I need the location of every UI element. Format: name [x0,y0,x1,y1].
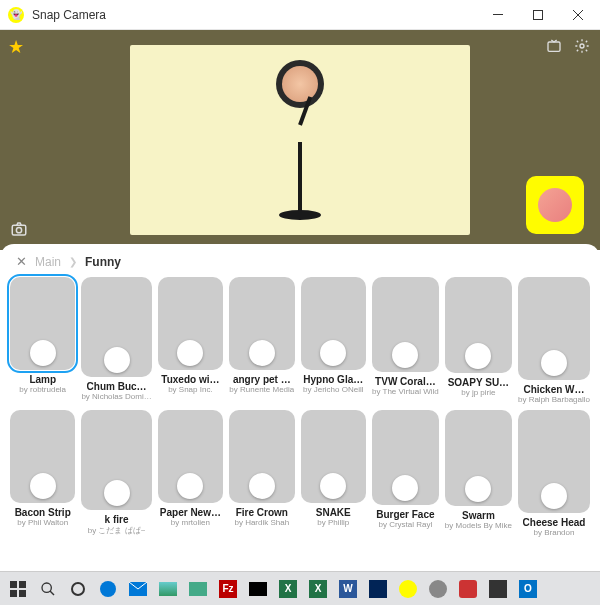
lens-card[interactable]: Paper New…by mrtolien [158,410,223,537]
lens-author: by Brandon [534,528,575,537]
snapcam-taskbar-button[interactable] [394,575,422,603]
lens-name: angry pet … [233,374,291,385]
lens-author: by Phil Walton [17,518,68,527]
windows-icon [10,581,26,597]
lens-card[interactable]: Burger Faceby Crystal Rayl [372,410,439,537]
maximize-icon [533,10,543,20]
lens-name: SOAPY SU… [448,377,510,388]
svg-rect-1 [534,10,543,19]
lens-card[interactable]: Bacon Stripby Phil Walton [10,410,75,537]
lens-author: by Runente Media [229,385,294,394]
excel2-icon: X [309,580,327,598]
app3-button[interactable] [484,575,512,603]
lens-name: Chum Buc… [87,381,147,392]
outlook-button[interactable]: O [514,575,542,603]
excel-button[interactable]: X [274,575,302,603]
mail-button[interactable] [124,575,152,603]
lens-card[interactable]: Cheese Headby Brandon [518,410,590,537]
search-icon [40,581,56,597]
lens-name: TVW Coral… [375,376,436,387]
lens-name: Paper New… [160,507,221,518]
breadcrumb-current: Funny [85,255,121,269]
lens-card[interactable]: k fireby こだま ぱぱ~ [81,410,151,537]
breadcrumb-close-icon[interactable]: ✕ [16,254,27,269]
lens-card[interactable]: Swarmby Models By Mike [445,410,512,537]
lens-author: by こだま ぱぱ~ [88,525,146,536]
terminal-button[interactable] [244,575,272,603]
powershell-button[interactable] [364,575,392,603]
app1-button[interactable] [424,575,452,603]
svg-rect-9 [19,590,26,597]
lens-name: Cheese Head [523,517,586,528]
photo-button[interactable] [154,575,182,603]
lens-name: Fire Crown [236,507,288,518]
fz-icon: Fz [219,580,237,598]
lens-card[interactable]: angry pet …by Runente Media [229,277,294,404]
edge-button[interactable] [94,575,122,603]
app3-icon [489,580,507,598]
excel-icon: X [279,580,297,598]
lens-name: k fire [105,514,129,525]
lens-name: Swarm [462,510,495,521]
window-title: Snap Camera [32,8,478,22]
snap-icon [399,580,417,598]
app1-icon [429,580,447,598]
lens-card[interactable]: Lampby robtrudela [10,277,75,404]
lens-card[interactable]: Fire Crownby Hardik Shah [229,410,294,537]
outlook-icon: O [519,580,537,598]
snapcode[interactable] [526,176,584,234]
svg-point-10 [42,583,51,592]
lens-name: Bacon Strip [15,507,71,518]
capture-button[interactable] [10,220,28,242]
lens-card[interactable]: Tuxedo wi…by Snap Inc. [158,277,223,404]
svg-point-12 [100,581,116,597]
app2-icon [459,580,477,598]
breadcrumb-root[interactable]: Main [35,255,61,269]
lens-card[interactable]: Chum Buc…by Nicholas Domi… [81,277,151,404]
svg-rect-0 [493,14,503,15]
lens-author: by jp pirie [461,388,495,397]
lens-card[interactable]: SNAKEby Phillip [301,410,366,537]
photo-icon [159,582,177,596]
minimize-icon [493,14,503,15]
lens-author: by Snap Inc. [168,385,212,394]
lens-author: by mrtolien [171,518,210,527]
window-titlebar: 👻 Snap Camera [0,0,600,30]
maximize-button[interactable] [518,0,558,30]
svg-rect-8 [10,590,17,597]
lens-card[interactable]: TVW Coral…by The Virtual Wild [372,277,439,404]
app2-button[interactable] [454,575,482,603]
minimize-button[interactable] [478,0,518,30]
camera-viewport [130,45,470,235]
search-button[interactable] [34,575,62,603]
windows-taskbar: Fz X X W O [0,571,600,605]
lens-name: Tuxedo wi… [161,374,219,385]
filemanager-button[interactable] [184,575,212,603]
lens-card[interactable]: Chicken W…by Ralph Barbagallo [518,277,590,404]
close-icon [573,10,583,20]
breadcrumb: ✕ Main ❯ Funny [10,254,590,269]
livestream-icon[interactable] [544,36,564,56]
cortana-icon [70,581,86,597]
lens-card[interactable]: SOAPY SU…by jp pirie [445,277,512,404]
lens-author: by The Virtual Wild [372,387,439,396]
edge-icon [99,580,117,598]
filezilla-button[interactable]: Fz [214,575,242,603]
terminal-icon [249,582,267,596]
start-button[interactable] [4,575,32,603]
lens-author: by robtrudela [19,385,66,394]
svg-point-11 [72,583,84,595]
close-button[interactable] [558,0,598,30]
svg-rect-4 [12,225,26,235]
chevron-right-icon: ❯ [69,256,77,267]
lens-name: Burger Face [376,509,434,520]
lens-grid: Lampby robtrudela Chum Buc…by Nicholas D… [10,277,590,537]
excel2-button[interactable]: X [304,575,332,603]
lens-card[interactable]: Hypno Gla…by Jericho ONeill [301,277,366,404]
lens-name: SNAKE [316,507,351,518]
favorite-star-button[interactable]: ★ [8,36,24,58]
word-button[interactable]: W [334,575,362,603]
settings-gear-icon[interactable] [572,36,592,56]
cortana-button[interactable] [64,575,92,603]
svg-rect-2 [548,42,560,51]
